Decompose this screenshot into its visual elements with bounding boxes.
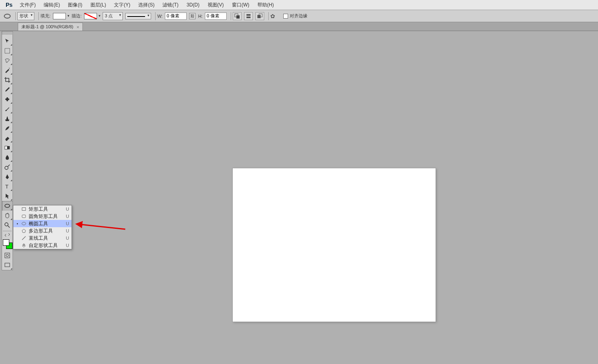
separator bbox=[38, 12, 39, 20]
width-input[interactable] bbox=[165, 13, 187, 20]
menu-3d[interactable]: 3D(D) bbox=[183, 0, 204, 9]
menu-view[interactable]: 视图(V) bbox=[204, 0, 228, 10]
svg-marker-23 bbox=[22, 229, 26, 233]
flyout-label: 自定形状工具 bbox=[29, 242, 66, 249]
path-combine-button[interactable] bbox=[233, 12, 242, 20]
tool-mode-select[interactable]: 形状 bbox=[17, 12, 34, 20]
flyout-shortcut: U bbox=[66, 228, 69, 233]
swap-colors-icon[interactable] bbox=[2, 232, 13, 238]
path-select-tool[interactable] bbox=[2, 191, 13, 201]
healing-brush-tool[interactable] bbox=[2, 94, 13, 104]
shape-tool-flyout: 矩形工具U圆角矩形工具U•椭圆工具U多边形工具U直线工具U自定形状工具U bbox=[13, 205, 72, 249]
zoom-tool[interactable] bbox=[2, 220, 13, 230]
flyout-label: 直线工具 bbox=[29, 235, 66, 242]
separator bbox=[15, 12, 16, 20]
link-wh-icon[interactable]: ⛓ bbox=[189, 13, 196, 19]
svg-point-13 bbox=[5, 166, 8, 169]
toolbox-grip[interactable] bbox=[2, 31, 13, 35]
svg-rect-2 bbox=[236, 15, 240, 19]
width-label: W: bbox=[157, 14, 162, 19]
flyout-item-custom[interactable]: 自定形状工具U bbox=[13, 242, 72, 249]
menu-file[interactable]: 文件(F) bbox=[16, 0, 40, 10]
menu-window[interactable]: 窗口(W) bbox=[228, 0, 253, 10]
svg-point-16 bbox=[5, 223, 8, 226]
svg-rect-17 bbox=[5, 253, 10, 258]
flyout-label: 椭圆工具 bbox=[29, 220, 66, 227]
fill-swatch[interactable] bbox=[53, 13, 66, 19]
menu-help[interactable]: 帮助(H) bbox=[253, 0, 278, 10]
pen-tool[interactable] bbox=[2, 172, 13, 182]
workspace bbox=[14, 31, 598, 364]
flyout-item-line[interactable]: 直线工具U bbox=[13, 234, 72, 242]
gear-icon[interactable]: ✿ bbox=[270, 13, 275, 19]
line-icon bbox=[21, 235, 27, 241]
svg-point-15 bbox=[5, 204, 10, 207]
svg-point-8 bbox=[9, 68, 10, 69]
svg-point-18 bbox=[6, 254, 8, 257]
shape-tool[interactable] bbox=[2, 201, 13, 211]
history-brush-tool[interactable] bbox=[2, 123, 13, 133]
blur-tool[interactable] bbox=[2, 153, 13, 162]
height-input[interactable] bbox=[205, 13, 227, 20]
path-align-button[interactable] bbox=[244, 12, 253, 20]
close-icon[interactable]: × bbox=[77, 25, 79, 29]
flyout-label: 圆角矩形工具 bbox=[29, 213, 66, 220]
clone-stamp-tool[interactable] bbox=[2, 114, 13, 123]
foreground-color[interactable] bbox=[3, 239, 9, 246]
move-tool[interactable] bbox=[2, 36, 13, 46]
stroke-width-select[interactable]: 3 点 bbox=[103, 12, 123, 20]
document-tab[interactable]: 未标题-1 @ 100%(RGB/8) × bbox=[18, 23, 83, 31]
eyedropper-tool[interactable] bbox=[2, 85, 13, 94]
svg-point-22 bbox=[22, 222, 26, 225]
screen-mode-icon[interactable] bbox=[2, 260, 13, 270]
menu-image[interactable]: 图像(I) bbox=[64, 0, 86, 10]
svg-rect-10 bbox=[6, 97, 8, 101]
height-label: H: bbox=[198, 14, 202, 19]
app-logo: Ps bbox=[2, 2, 16, 8]
roundrect-icon bbox=[21, 213, 27, 219]
quick-mask-icon[interactable] bbox=[2, 251, 13, 260]
separator bbox=[155, 12, 156, 20]
document-canvas[interactable] bbox=[233, 168, 436, 322]
flyout-shortcut: U bbox=[66, 207, 69, 211]
align-edges-checkbox[interactable] bbox=[283, 14, 288, 19]
marquee-tool[interactable] bbox=[2, 46, 13, 56]
options-bar: 形状 填充: 描边: 3 点 W: ⛓ H: ✿ 对齐边缘 bbox=[0, 10, 598, 22]
separator bbox=[231, 12, 231, 20]
svg-rect-7 bbox=[5, 48, 10, 53]
divider bbox=[3, 231, 12, 231]
current-tool-icon bbox=[3, 12, 11, 20]
menu-layer[interactable]: 图层(L) bbox=[86, 0, 110, 10]
flyout-item-polygon[interactable]: 多边形工具U bbox=[13, 227, 72, 234]
type-tool[interactable]: T bbox=[2, 182, 13, 191]
eraser-tool[interactable] bbox=[2, 133, 13, 143]
magic-wand-tool[interactable] bbox=[2, 65, 13, 75]
rect-icon bbox=[21, 206, 27, 212]
document-tab-bar: 未标题-1 @ 100%(RGB/8) × bbox=[0, 22, 598, 31]
svg-rect-21 bbox=[22, 215, 26, 218]
document-tab-title: 未标题-1 @ 100%(RGB/8) bbox=[21, 24, 74, 30]
menu-bar: Ps 文件(F) 编辑(E) 图像(I) 图层(L) 文字(Y) 选择(S) 滤… bbox=[0, 0, 598, 10]
stroke-swatch[interactable] bbox=[84, 13, 97, 19]
menu-type[interactable]: 文字(Y) bbox=[110, 0, 134, 10]
menu-edit[interactable]: 编辑(E) bbox=[40, 0, 64, 10]
flyout-item-roundrect[interactable]: 圆角矩形工具U bbox=[13, 213, 72, 220]
flyout-item-rect[interactable]: 矩形工具U bbox=[13, 205, 72, 213]
polygon-icon bbox=[21, 228, 27, 234]
menu-select[interactable]: 选择(S) bbox=[134, 0, 158, 10]
stroke-style-select[interactable] bbox=[125, 13, 151, 19]
lasso-tool[interactable] bbox=[2, 56, 13, 65]
crop-tool[interactable] bbox=[2, 75, 13, 85]
gradient-tool[interactable] bbox=[2, 143, 13, 153]
flyout-shortcut: U bbox=[66, 243, 69, 248]
brush-tool[interactable] bbox=[2, 104, 13, 114]
dodge-tool[interactable] bbox=[2, 162, 13, 172]
menu-filter[interactable]: 滤镜(T) bbox=[158, 0, 182, 10]
fill-label: 填充: bbox=[40, 13, 51, 19]
flyout-shortcut: U bbox=[66, 236, 69, 241]
stroke-label: 描边: bbox=[72, 13, 82, 19]
path-arrange-button[interactable] bbox=[255, 12, 264, 20]
flyout-item-ellipse[interactable]: •椭圆工具U bbox=[13, 220, 72, 227]
hand-tool[interactable] bbox=[2, 211, 13, 220]
color-swatches[interactable] bbox=[2, 238, 13, 251]
